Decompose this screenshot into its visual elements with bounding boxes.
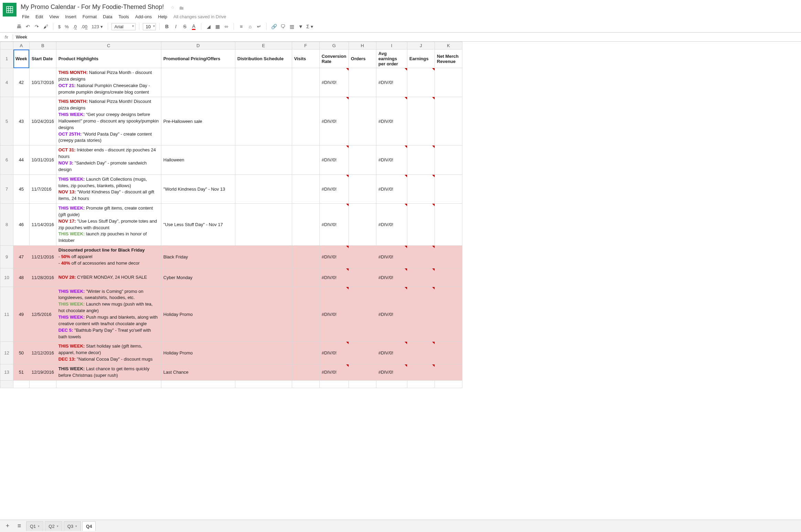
select-all-corner[interactable] <box>0 42 13 50</box>
cell-net[interactable] <box>435 68 462 97</box>
cell-week[interactable]: 50 <box>13 342 30 364</box>
cell-empty[interactable] <box>407 380 435 388</box>
cell-pricing[interactable]: Last Chance <box>161 364 235 380</box>
cell-avg[interactable]: #DIV/0! <box>376 342 407 364</box>
sheet-tab-Q4[interactable]: Q4 <box>82 521 96 531</box>
cell-visits[interactable] <box>292 174 319 203</box>
cell-pricing[interactable] <box>161 68 235 97</box>
cell-dist[interactable] <box>235 97 292 146</box>
cell-orders[interactable] <box>349 174 376 203</box>
cell-avg[interactable]: #DIV/0! <box>376 146 407 174</box>
cell-A1[interactable]: Week <box>13 50 30 68</box>
cell-empty[interactable] <box>13 380 30 388</box>
col-header-J[interactable]: J <box>407 42 435 50</box>
row-header-12[interactable]: 12 <box>0 342 13 364</box>
row-header-9[interactable]: 9 <box>0 246 13 268</box>
more-formats[interactable]: 123 ▾ <box>90 24 104 29</box>
cell-week[interactable]: 49 <box>13 287 30 342</box>
cell-orders[interactable] <box>349 204 376 246</box>
link-icon[interactable]: 🔗 <box>270 23 278 30</box>
font-family-select[interactable]: Arial <box>111 23 136 30</box>
cell-conv[interactable]: #DIV/0! <box>319 287 349 342</box>
cell-earn[interactable] <box>407 364 435 380</box>
cell-dist[interactable] <box>235 174 292 203</box>
cell-product[interactable]: THIS WEEK: Launch Gift Collections (mugs… <box>56 174 161 203</box>
cell-date[interactable]: 12/12/2016 <box>29 342 56 364</box>
cell-product[interactable]: THIS WEEK: "Winter is Coming" promo on l… <box>56 287 161 342</box>
cell-earn[interactable] <box>407 287 435 342</box>
cell-empty[interactable] <box>376 380 407 388</box>
cell-date[interactable]: 12/5/2016 <box>29 287 56 342</box>
cell-empty[interactable] <box>56 380 161 388</box>
font-size-select[interactable]: 10 <box>143 23 156 30</box>
cell-D1[interactable]: Promotional Pricing/Offers <box>161 50 235 68</box>
wrap-icon[interactable]: ↵ <box>255 23 263 30</box>
menu-insert[interactable]: Insert <box>62 13 79 21</box>
spreadsheet-grid[interactable]: ABCDEFGHIJK1WeekStart DateProduct Highli… <box>0 42 801 520</box>
cell-dist[interactable] <box>235 246 292 268</box>
increase-decimal[interactable]: .00̲ <box>79 24 89 29</box>
cell-week[interactable]: 42 <box>13 68 30 97</box>
row-header-4[interactable]: 4 <box>0 68 13 97</box>
cell-visits[interactable] <box>292 268 319 287</box>
cell-product[interactable]: THIS MONTH: National Pizza Month! Discou… <box>56 97 161 146</box>
cell-orders[interactable] <box>349 68 376 97</box>
row-header-blank[interactable] <box>0 380 13 388</box>
cell-date[interactable]: 10/24/2016 <box>29 97 56 146</box>
sheet-tab-Q2[interactable]: Q2 ▾ <box>45 521 62 531</box>
col-header-B[interactable]: B <box>29 42 56 50</box>
cell-avg[interactable]: #DIV/0! <box>376 246 407 268</box>
star-icon[interactable]: ☆ <box>171 5 175 11</box>
format-currency[interactable]: $ <box>57 24 62 29</box>
cell-pricing[interactable]: Cyber Monday <box>161 268 235 287</box>
col-header-I[interactable]: I <box>376 42 407 50</box>
cell-conv[interactable]: #DIV/0! <box>319 68 349 97</box>
cell-visits[interactable] <box>292 97 319 146</box>
cell-empty[interactable] <box>349 380 376 388</box>
cell-empty[interactable] <box>292 380 319 388</box>
borders-icon[interactable]: ▦ <box>214 23 221 30</box>
cell-week[interactable]: 51 <box>13 364 30 380</box>
cell-visits[interactable] <box>292 246 319 268</box>
cell-net[interactable] <box>435 146 462 174</box>
cell-net[interactable] <box>435 287 462 342</box>
cell-empty[interactable] <box>319 380 349 388</box>
cell-earn[interactable] <box>407 246 435 268</box>
row-header-7[interactable]: 7 <box>0 174 13 203</box>
row-header-10[interactable]: 10 <box>0 268 13 287</box>
menu-help[interactable]: Help <box>155 13 170 21</box>
col-header-D[interactable]: D <box>161 42 235 50</box>
cell-empty[interactable] <box>235 380 292 388</box>
row-header-1[interactable]: 1 <box>0 50 13 68</box>
menu-data[interactable]: Data <box>100 13 115 21</box>
col-header-K[interactable]: K <box>435 42 462 50</box>
cell-K1[interactable]: Net Merch Revenue <box>435 50 462 68</box>
row-header-11[interactable]: 11 <box>0 287 13 342</box>
italic-icon[interactable]: I <box>172 23 180 30</box>
cell-earn[interactable] <box>407 68 435 97</box>
chart-icon[interactable]: ▥ <box>288 23 296 30</box>
cell-date[interactable]: 11/14/2016 <box>29 204 56 246</box>
cell-date[interactable]: 12/19/2016 <box>29 364 56 380</box>
cell-week[interactable]: 46 <box>13 204 30 246</box>
row-header-13[interactable]: 13 <box>0 364 13 380</box>
menu-view[interactable]: View <box>46 13 62 21</box>
cell-E1[interactable]: Distribution Schedule <box>235 50 292 68</box>
bold-icon[interactable]: B <box>163 23 171 30</box>
cell-G1[interactable]: Conversion Rate <box>319 50 349 68</box>
cell-conv[interactable]: #DIV/0! <box>319 268 349 287</box>
text-color-icon[interactable]: A <box>190 23 197 30</box>
cell-net[interactable] <box>435 174 462 203</box>
cell-F1[interactable]: Visits <box>292 50 319 68</box>
functions-icon[interactable]: Σ ▾ <box>306 23 313 30</box>
cell-product[interactable]: OCT 31: Inktober ends - discount zip pou… <box>56 146 161 174</box>
col-header-E[interactable]: E <box>235 42 292 50</box>
cell-pricing[interactable]: Halloween <box>161 146 235 174</box>
cell-avg[interactable]: #DIV/0! <box>376 174 407 203</box>
cell-orders[interactable] <box>349 287 376 342</box>
cell-earn[interactable] <box>407 204 435 246</box>
comment-icon[interactable]: 🗨 <box>279 23 287 30</box>
cell-net[interactable] <box>435 364 462 380</box>
cell-earn[interactable] <box>407 268 435 287</box>
merge-cells-icon[interactable]: ⬄ <box>223 23 230 30</box>
